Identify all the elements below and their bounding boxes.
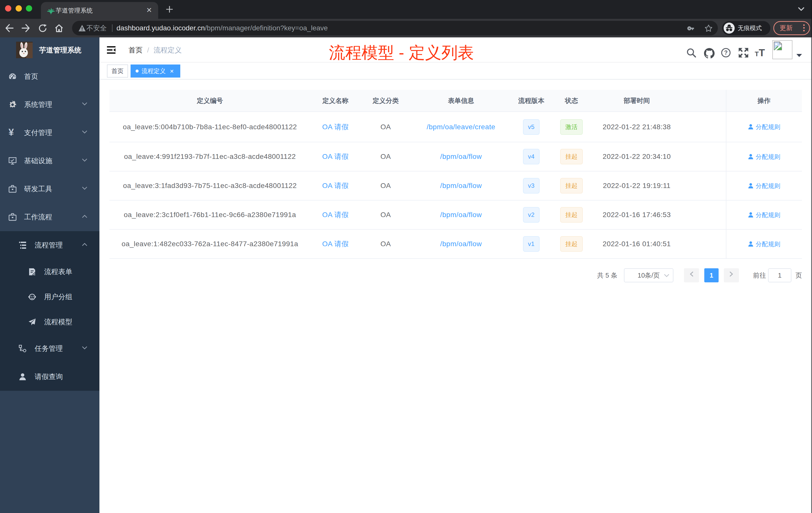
svg-text:T: T (755, 50, 759, 58)
svg-text:?: ? (724, 50, 728, 56)
svg-text:T: T (759, 48, 765, 58)
